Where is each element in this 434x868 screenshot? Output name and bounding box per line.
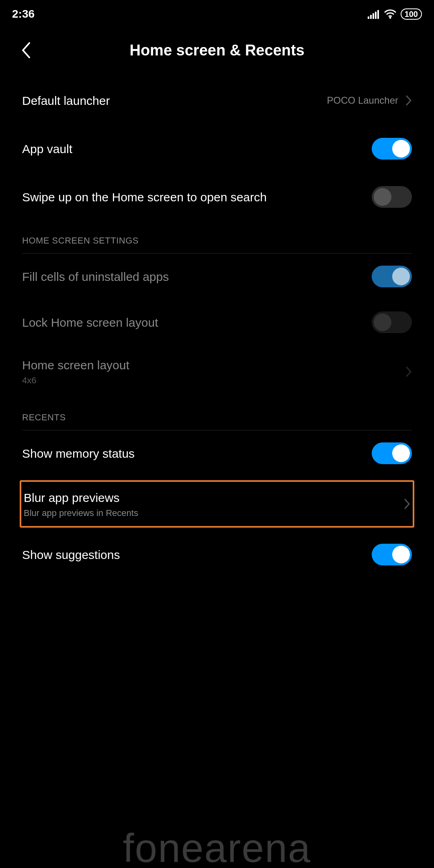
status-indicators: 100 [368,8,422,20]
lock-layout-label: Lock Home screen layout [22,315,158,330]
swipe-search-label: Swipe up on the Home screen to open sear… [22,189,267,205]
back-button[interactable] [16,40,36,60]
show-suggestions-row[interactable]: Show suggestions [22,532,412,577]
chevron-left-icon [20,41,32,59]
app-vault-row[interactable]: App vault [22,125,412,173]
chevron-right-icon [404,498,410,510]
show-suggestions-label: Show suggestions [22,547,120,563]
svg-rect-0 [368,16,369,19]
svg-rect-1 [370,15,372,19]
page-title: Home screen & Recents [129,42,304,59]
section-header-recents: RECENTS [22,398,412,430]
svg-rect-4 [377,10,379,19]
app-vault-label: App vault [22,141,72,157]
fill-cells-label: Fill cells of uninstalled apps [22,269,169,285]
home-layout-row: Home screen layout 4x6 [22,345,412,398]
default-launcher-label: Default launcher [22,93,110,108]
chevron-right-icon [405,366,412,377]
watermark: fonearena [0,828,434,868]
battery-indicator: 100 [401,8,422,20]
default-launcher-value: POCO Launcher [327,95,398,106]
swipe-search-row[interactable]: Swipe up on the Home screen to open sear… [22,173,412,221]
lock-layout-toggle [372,311,412,333]
home-layout-sub: 4x6 [22,375,129,386]
wifi-icon [384,9,397,19]
app-vault-toggle[interactable] [372,138,412,160]
blur-previews-sub: Blur app previews in Recents [24,508,138,518]
highlight-box: Blur app previews Blur app previews in R… [20,480,414,528]
svg-rect-2 [373,13,374,19]
fill-cells-toggle [372,266,412,287]
home-layout-label: Home screen layout [22,357,129,373]
default-launcher-row[interactable]: Default launcher POCO Launcher [22,76,412,125]
show-memory-row[interactable]: Show memory status [22,430,412,476]
status-bar: 2:36 100 [0,0,434,24]
chevron-right-icon [405,95,412,106]
blur-previews-row[interactable]: Blur app previews Blur app previews in R… [24,482,410,526]
status-time: 2:36 [12,8,35,20]
fill-cells-row: Fill cells of uninstalled apps [22,254,412,299]
svg-rect-3 [375,12,377,19]
swipe-search-toggle[interactable] [372,186,412,208]
lock-layout-row: Lock Home screen layout [22,299,412,345]
blur-previews-label: Blur app previews [24,490,138,506]
page-header: Home screen & Recents [0,24,434,76]
svg-point-5 [389,17,391,19]
show-suggestions-toggle[interactable] [372,544,412,565]
show-memory-label: Show memory status [22,446,135,461]
signal-icon [368,9,380,19]
section-header-home: HOME SCREEN SETTINGS [22,221,412,254]
show-memory-toggle[interactable] [372,442,412,464]
